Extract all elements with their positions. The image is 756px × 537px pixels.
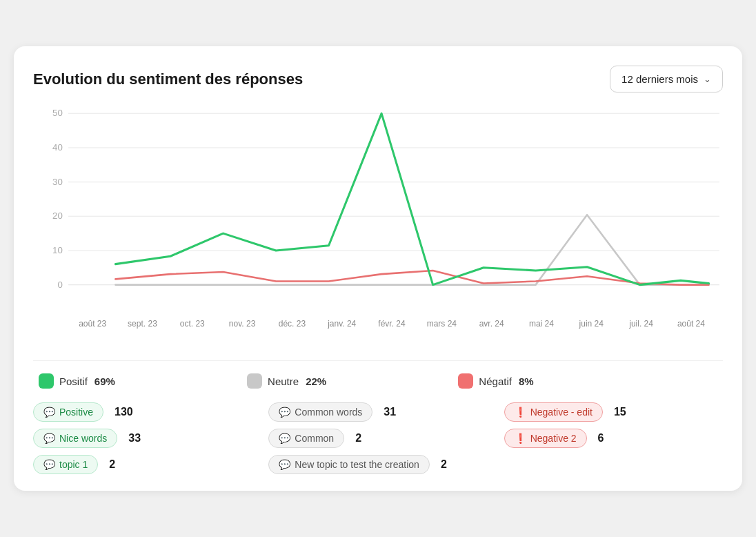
topic-tag-common-words[interactable]: 💬 Common words [268,402,372,422]
svg-text:40: 40 [52,142,63,153]
neutre-label: Neutre [268,375,299,387]
topic-tag-nice-words[interactable]: 💬 Nice words [33,429,117,448]
new-topic-count: 2 [441,458,447,471]
topic-tag-negative2[interactable]: ❗ Negative 2 [504,429,587,448]
x-label-10: juin 24 [566,319,616,329]
chevron-down-icon: ⌄ [704,74,711,84]
chat-icon-gray-2: 💬 [279,433,290,444]
svg-text:20: 20 [52,211,63,221]
topic-row-0-mid: 💬 Common words 31 [268,402,487,422]
x-axis-labels: août 23 sept. 23 oct. 23 nov. 23 déc. 23… [33,319,723,329]
x-label-1: sept. 23 [117,319,167,329]
card-header: Evolution du sentiment des réponses 12 d… [33,66,723,92]
x-label-4: déc. 23 [267,319,317,329]
topic-row-2-mid: 💬 New topic to test the creation 2 [268,455,487,474]
x-label-12: août 24 [666,319,716,329]
common-words-label: Common words [295,407,362,418]
alert-icon-red: ❗ [515,407,526,418]
topic-row-2-left: 💬 topic 1 2 [33,455,252,474]
chat-icon-green-2: 💬 [43,433,55,444]
x-label-9: mai 24 [517,319,566,329]
x-label-2: oct. 23 [168,319,217,329]
positif-label: Positif [59,375,88,387]
new-topic-label: New topic to test the creation [295,459,419,470]
svg-text:0: 0 [57,280,62,290]
topic-tag-positive[interactable]: 💬 Positive [33,402,103,422]
chat-icon-gray: 💬 [279,407,290,418]
svg-text:10: 10 [52,245,63,255]
negatif-color-swatch [458,373,473,389]
nice-words-label: Nice words [59,433,107,444]
topic-tag-negative-edit[interactable]: ❗ Negative - edit [504,402,603,422]
x-label-6: févr. 24 [367,319,417,329]
common-count: 2 [355,432,361,445]
topic-row-1-left: 💬 Nice words 33 [33,429,252,448]
topic-row-0-left: 💬 Positive 130 [33,402,252,422]
topic1-label: topic 1 [59,459,88,470]
legend-neutre: Neutre 22% [247,373,326,389]
dropdown-label: 12 derniers mois [621,73,698,85]
chat-icon-gray-3: 💬 [279,459,290,470]
negative2-count: 6 [598,432,604,445]
topics-grid: 💬 Positive 130 💬 Common words 31 ❗ Negat… [33,402,723,474]
legend-negatif: Négatif 8% [458,373,533,389]
chart-area: 50 40 30 20 10 0 août 23 sept. 23 oct. 2… [33,106,723,341]
nice-words-count: 33 [128,432,141,445]
svg-text:50: 50 [52,108,63,118]
svg-text:30: 30 [52,177,63,187]
main-card: Evolution du sentiment des réponses 12 d… [14,46,742,491]
common-words-count: 31 [384,406,396,418]
x-label-7: mars 24 [417,319,466,329]
topic-row-2-right [504,455,723,474]
topic-row-0-right: ❗ Negative - edit 15 [504,402,723,422]
period-dropdown[interactable]: 12 derniers mois ⌄ [610,66,723,92]
topic-tag-topic1[interactable]: 💬 topic 1 [33,455,98,474]
negative-edit-label: Negative - edit [530,407,593,418]
chat-icon-green-3: 💬 [43,459,55,470]
legend-row: Positif 69% Neutre 22% Négatif 8% [33,373,723,389]
positive-label: Positive [59,407,93,418]
negatif-pct: 8% [519,375,534,387]
x-label-8: avr. 24 [467,319,517,329]
neutre-pct: 22% [306,375,326,387]
topic1-count: 2 [109,458,115,471]
topic-tag-common[interactable]: 💬 Common [268,429,344,448]
positif-pct: 69% [94,375,115,387]
x-label-3: nov. 23 [217,319,267,329]
positive-count: 130 [115,406,133,418]
negative2-label: Negative 2 [530,433,577,444]
common-label: Common [295,433,334,444]
topic-tag-new-topic[interactable]: 💬 New topic to test the creation [268,455,430,474]
chat-icon-green: 💬 [43,407,55,418]
positif-color-swatch [39,373,54,389]
line-chart: 50 40 30 20 10 0 [33,106,723,313]
topic-row-1-mid: 💬 Common 2 [268,429,487,448]
negative-edit-count: 15 [614,406,626,418]
neutre-color-swatch [247,373,262,389]
x-label-11: juil. 24 [616,319,666,329]
x-label-0: août 23 [68,319,117,329]
negatif-label: Négatif [479,375,512,387]
topic-row-1-right: ❗ Negative 2 6 [504,429,723,448]
x-label-5: janv. 24 [317,319,367,329]
legend-positif: Positif 69% [39,373,115,389]
card-title: Evolution du sentiment des réponses [33,70,303,88]
divider [33,360,723,361]
alert-icon-red-2: ❗ [515,433,526,444]
